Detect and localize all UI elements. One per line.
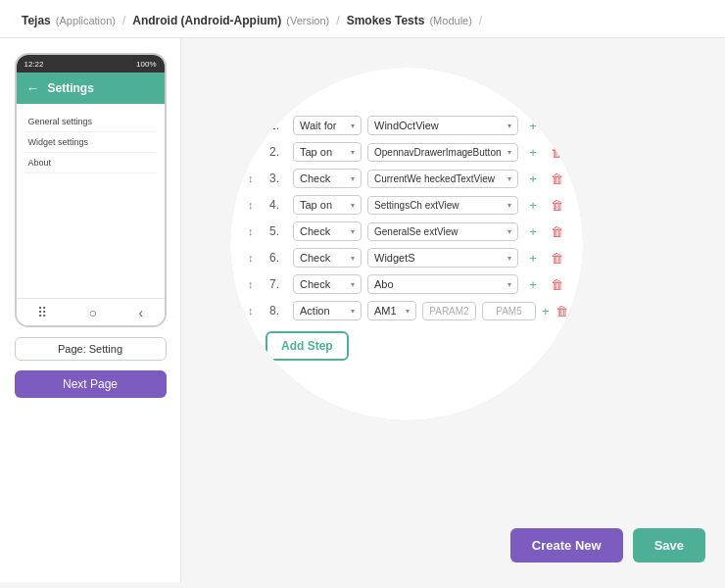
step-add-icon[interactable]: + <box>524 249 542 267</box>
step-delete-icon[interactable]: 🗑 <box>556 302 568 319</box>
step-value-dropdown[interactable]: AM1▾ <box>367 301 416 320</box>
step-delete-icon[interactable]: 🗑 <box>548 249 565 267</box>
breadcrumb-version-label: (Version) <box>286 15 329 26</box>
step-value-dropdown[interactable]: OpennavDrawerImageButton▾ <box>367 143 518 162</box>
step-delete-icon[interactable]: 🗑 <box>548 117 565 134</box>
step-action-dropdown[interactable]: Action▾ <box>293 301 362 320</box>
step-action-dropdown[interactable]: Wait for▾ <box>293 116 362 135</box>
step-value-dropdown[interactable]: SettingsCh extView▾ <box>367 196 518 215</box>
step-row: ↕ 7. Check▾ Abo▾ + 🗑 <box>248 274 565 294</box>
step-add-icon[interactable]: + <box>542 302 550 319</box>
save-button[interactable]: Save <box>633 528 705 563</box>
step-delete-icon[interactable]: 🗑 <box>548 170 565 187</box>
step-add-icon[interactable]: + <box>524 117 542 134</box>
step-value-dropdown[interactable]: Abo▾ <box>367 274 518 294</box>
step-row: ↕ 5. Check▾ GeneralSe extView▾ + 🗑 <box>248 221 565 241</box>
phone-status-bar: 12:22 100% <box>17 55 165 73</box>
sort-icon: ↕ <box>248 146 264 158</box>
nav-back-icon: ‹ <box>138 305 143 320</box>
breadcrumb-app-label: (Application) <box>56 15 116 26</box>
step-row: ↕ 1. Wait for▾ WindOctView▾ + 🗑 <box>248 116 565 135</box>
step-value-dropdown[interactable]: WidgetS▾ <box>367 248 518 268</box>
phone-header: ← Settings <box>17 73 165 104</box>
action-header: Action <box>248 87 565 104</box>
steps-container: Action ↕ 1. Wait for▾ WindOctView▾ + 🗑 ↕… <box>230 68 583 370</box>
add-step-button[interactable]: Add Step <box>266 331 349 361</box>
phone-menu-item[interactable]: About <box>24 153 157 173</box>
nav-grid-icon: ⠿ <box>37 305 47 320</box>
step-action-dropdown[interactable]: Check▾ <box>293 248 362 268</box>
breadcrumb-sep2: / <box>336 14 339 27</box>
step-num: 1. <box>269 119 287 132</box>
step-num: 5. <box>269 224 287 238</box>
step-add-icon[interactable]: + <box>524 275 542 293</box>
breadcrumb-sep1: / <box>122 14 125 27</box>
step-num: 2. <box>269 145 287 159</box>
sort-icon: ↕ <box>248 172 264 184</box>
phone-nav-bar: ⠿ ○ ‹ <box>17 298 165 325</box>
phone-panel: 12:22 100% ← Settings General settings W… <box>0 38 181 582</box>
sort-icon: ↕ <box>248 225 264 237</box>
breadcrumb: Tejas (Application) / Android (Android-A… <box>0 0 725 38</box>
step-delete-icon[interactable]: 🗑 <box>548 222 565 240</box>
breadcrumb-module: Smokes Tests <box>347 14 425 27</box>
phone-menu-item[interactable]: General settings <box>24 112 157 132</box>
step-add-icon[interactable]: + <box>524 170 542 187</box>
step-add-icon[interactable]: + <box>524 222 542 240</box>
param2-field[interactable]: PARAM2 <box>422 302 476 320</box>
step-add-icon[interactable]: + <box>524 196 542 214</box>
sort-icon: ↕ <box>248 278 264 290</box>
phone-content: General settings Widget settings About <box>17 104 165 181</box>
back-arrow-icon: ← <box>26 80 40 96</box>
step-row: ↕ 2. Tap on▾ OpennavDrawerImageButton▾ +… <box>248 142 565 162</box>
step-value-dropdown[interactable]: CurrentWe heckedTextView▾ <box>367 170 518 188</box>
step-delete-icon[interactable]: 🗑 <box>548 143 565 161</box>
step-num: 7. <box>269 277 287 291</box>
step-num: 8. <box>269 304 287 318</box>
phone-battery: 100% <box>136 60 156 69</box>
bottom-buttons: Create New Save <box>510 528 705 563</box>
pam5-field[interactable]: PAM5 <box>482 302 536 320</box>
step-action-dropdown[interactable]: Tap on▾ <box>293 195 362 215</box>
phone-time: 12:22 <box>24 60 44 69</box>
step-delete-icon[interactable]: 🗑 <box>548 275 565 293</box>
step-num: 3. <box>269 172 287 185</box>
step-action-dropdown[interactable]: Check▾ <box>293 221 362 241</box>
breadcrumb-sep3: / <box>479 14 482 27</box>
step-delete-icon[interactable]: 🗑 <box>548 196 565 214</box>
step-num: 6. <box>269 251 287 265</box>
breadcrumb-module-label: (Module) <box>429 15 471 26</box>
phone-menu-item[interactable]: Widget settings <box>24 132 157 153</box>
next-page-button[interactable]: Next Page <box>15 370 167 398</box>
step-action-dropdown[interactable]: Check▾ <box>293 169 362 188</box>
create-new-button[interactable]: Create New <box>510 528 623 563</box>
step-row: ↕ 3. Check▾ CurrentWe heckedTextView▾ + … <box>248 169 565 188</box>
nav-circle-icon: ○ <box>88 305 96 320</box>
sort-icon: ↕ <box>248 120 264 131</box>
content-area: Action ↕ 1. Wait for▾ WindOctView▾ + 🗑 ↕… <box>181 38 725 582</box>
step-value-dropdown[interactable]: GeneralSe extView▾ <box>367 222 518 241</box>
action-magnify-panel: Action ↕ 1. Wait for▾ WindOctView▾ + 🗑 ↕… <box>230 68 583 420</box>
step-action-dropdown[interactable]: Check▾ <box>293 274 362 294</box>
breadcrumb-version: Android (Android-Appium) <box>132 14 281 27</box>
sort-icon: ↕ <box>248 252 264 264</box>
step-add-icon[interactable]: + <box>524 143 542 161</box>
breadcrumb-app: Tejas <box>22 14 51 27</box>
step-action-dropdown[interactable]: Tap on▾ <box>293 142 362 162</box>
phone-header-title: Settings <box>48 81 94 95</box>
step-row: ↕ 6. Check▾ WidgetS▾ + 🗑 <box>248 248 565 268</box>
phone-page-label: Page: Setting <box>15 337 167 361</box>
step-row: ↕ 4. Tap on▾ SettingsCh extView▾ + 🗑 <box>248 195 565 215</box>
sort-icon: ↕ <box>248 305 264 317</box>
sort-icon: ↕ <box>248 199 264 211</box>
phone-frame: 12:22 100% ← Settings General settings W… <box>15 53 167 327</box>
step-row: ↕ 8. Action▾ AM1▾ PARAM2 PAM5 + 🗑 <box>248 301 565 320</box>
step-value-dropdown[interactable]: WindOctView▾ <box>367 116 518 135</box>
step-num: 4. <box>269 198 287 212</box>
